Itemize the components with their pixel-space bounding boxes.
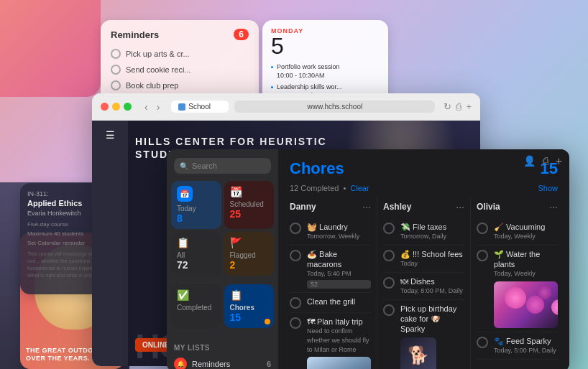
task-circle-plants[interactable] <box>477 250 488 261</box>
add-icon[interactable]: + <box>556 155 562 168</box>
reminder-item-1: Pick up arts & cr... <box>111 46 249 62</box>
task-vacuuming: 🧹 Vacuuming Today, Weekly <box>477 218 558 246</box>
browser-toolbar: ‹ › School www.hchs.school ↻ ⎙ + <box>92 93 480 121</box>
back-button[interactable]: ‹ <box>142 100 151 114</box>
task-feed-sparky: 🐾 Feed Sparky Today, 5:00 PM, Daily <box>477 332 558 360</box>
main-subtitle: 12 Completed • Clear Show <box>278 184 569 198</box>
task-circle-fees[interactable] <box>383 250 395 261</box>
new-tab-button[interactable]: + <box>466 101 472 112</box>
photo-label-line1: THE GREAT OUTDOO <box>26 347 98 354</box>
search-bar[interactable]: 🔍 Search <box>174 158 271 174</box>
column-danny: Danny ··· 🧺 Laundry Tomorrow, Weekly 🍝 B… <box>284 198 377 369</box>
photo-label-line2: OVER THE YEARS. <box>26 355 90 362</box>
traffic-lights <box>101 103 132 111</box>
minimize-button[interactable] <box>112 103 120 111</box>
smart-list-completed[interactable]: ✅ Completed <box>171 284 221 328</box>
column-danny-header: Danny ··· <box>290 198 371 218</box>
macarons-note: 52 <box>307 280 371 289</box>
browser-actions: ↻ ⎙ + <box>444 101 472 112</box>
column-olivia-header: Olivia ··· <box>477 198 558 218</box>
tab-favicon <box>178 103 185 111</box>
person-icon[interactable]: 👤 <box>523 155 536 168</box>
hamburger-icon[interactable]: ☰ <box>106 129 115 141</box>
task-circle-taxes[interactable] <box>383 223 395 234</box>
reminders-main: 👤 ⎙ + Chores 15 12 Completed • Clear Sho… <box>278 149 569 369</box>
smart-lists: 📅 Today 8 📆 Scheduled 25 📋 All 72 <box>167 181 278 279</box>
column-ashley-header: Ashley ··· <box>383 198 464 218</box>
column-olivia: Olivia ··· 🧹 Vacuuming Today, Weekly 🌱 W… <box>471 198 564 369</box>
main-title: Chores <box>290 159 344 178</box>
cal-day-label: MONDAY <box>271 27 380 34</box>
reminders-list-icon: 🔔 <box>174 358 187 369</box>
task-water-plants: 🌱 Water the plants Today, Weekly <box>477 246 558 332</box>
show-button[interactable]: Show <box>538 184 558 192</box>
task-circle-vacuuming[interactable] <box>477 223 488 234</box>
url-bar[interactable]: www.hchs.school <box>234 101 435 113</box>
share-icon[interactable]: ⎙ <box>543 155 548 168</box>
task-circle-cake[interactable] <box>383 304 395 316</box>
reminder-circle-3 <box>111 80 121 90</box>
task-school-fees: 💰 !!! School fees Today <box>383 246 464 273</box>
task-circle-sparky[interactable] <box>477 337 488 348</box>
task-circle-italy[interactable] <box>290 317 301 329</box>
task-laundry: 🧺 Laundry Tomorrow, Weekly <box>290 218 371 246</box>
reminder-item-2: Send cookie reci... <box>111 62 249 78</box>
task-italy: 🗺 Plan Italy trip Need to confirm whethe… <box>290 313 371 369</box>
column-ashley: Ashley ··· 💸 File taxes Tomorrow, Daily … <box>377 198 471 369</box>
flowers-image <box>494 281 558 328</box>
cal-event-dot-1 <box>271 66 273 68</box>
tab-label: School <box>188 103 211 111</box>
close-button[interactable] <box>101 103 109 111</box>
window-toolbar: 👤 ⎙ + <box>523 155 562 168</box>
task-macarons: 🍝 Bake macarons Today, 5:40 PM 52 <box>290 246 371 293</box>
task-dishes: 🍽 Dishes Today, 8:00 PM, Daily <box>383 273 464 300</box>
list-item-reminders[interactable]: 🔔 Reminders 6 <box>167 355 278 369</box>
search-placeholder: Search <box>192 162 217 170</box>
forward-button[interactable]: › <box>154 100 163 114</box>
task-columns: Danny ··· 🧺 Laundry Tomorrow, Weekly 🍝 B… <box>278 198 569 369</box>
maximize-button[interactable] <box>124 103 132 111</box>
task-circle-macarons[interactable] <box>290 250 301 261</box>
share-button[interactable]: ⎙ <box>456 101 461 112</box>
olivia-menu[interactable]: ··· <box>549 201 558 212</box>
reminder-item-3: Book club prep <box>111 78 249 93</box>
danny-menu[interactable]: ··· <box>362 201 371 212</box>
my-lists-header: My Lists <box>167 341 278 355</box>
smart-list-scheduled[interactable]: 📆 Scheduled 25 <box>224 181 275 229</box>
cal-event-dot-2 <box>271 86 273 88</box>
italy-image <box>307 357 371 369</box>
chores-dot <box>265 319 270 324</box>
browser-nav: ‹ › <box>142 100 162 114</box>
smart-list-today[interactable]: 📅 Today 8 <box>171 181 221 229</box>
completed-label: 12 Completed <box>290 184 339 192</box>
task-taxes: 💸 File taxes Tomorrow, Daily <box>383 218 464 246</box>
search-icon: 🔍 <box>180 162 188 170</box>
reminders-widget: Reminders 6 Pick up arts & cr... Send co… <box>101 20 259 102</box>
smart-list-flagged[interactable]: 🚩 Flagged 2 <box>224 232 275 276</box>
smart-list-chores[interactable]: 📋 Chores 15 <box>224 284 275 328</box>
task-circle-dishes[interactable] <box>383 277 395 289</box>
reminders-widget-title: Reminders <box>111 29 159 40</box>
reminder-circle-1 <box>111 49 121 59</box>
reminders-app-window: 🔍 Search 📅 Today 8 📆 Scheduled 25 <box>167 149 569 369</box>
top-overlay <box>0 0 101 97</box>
task-circle-laundry[interactable] <box>290 223 301 234</box>
clear-button[interactable]: Clear <box>350 184 369 192</box>
browser-tab[interactable]: School <box>171 101 229 113</box>
reminders-widget-badge: 6 <box>234 29 249 40</box>
cal-event-1: Portfolio work session 10:00 - 10:30AM <box>271 63 380 80</box>
refresh-button[interactable]: ↻ <box>444 101 451 112</box>
dog-photo: 🐕 <box>400 337 436 369</box>
smart-list-all[interactable]: 📋 All 72 <box>171 232 221 276</box>
cal-day-number: 5 <box>271 34 380 57</box>
task-grill: Clean the grill <box>290 293 371 313</box>
school-sidebar: ☰ <box>92 121 128 366</box>
reminders-sidebar: 🔍 Search 📅 Today 8 📆 Scheduled 25 <box>167 149 278 369</box>
task-birthday-cake: Pick up birthday cake for 🐶 Sparky 🐕 <box>383 300 464 369</box>
ashley-menu[interactable]: ··· <box>456 201 464 212</box>
task-circle-grill[interactable] <box>290 297 301 309</box>
reminder-circle-2 <box>111 65 121 75</box>
